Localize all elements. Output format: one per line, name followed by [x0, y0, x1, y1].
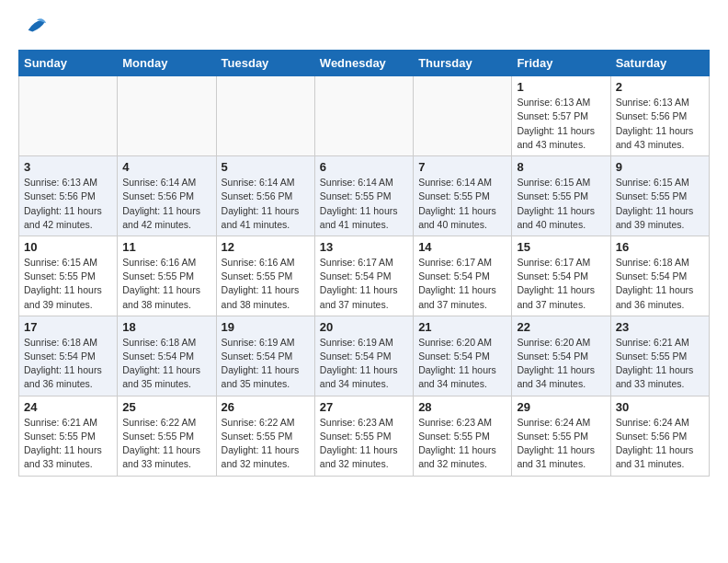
- day-number: 16: [616, 240, 704, 254]
- day-info: Sunrise: 6:24 AM Sunset: 5:55 PM Dayligh…: [517, 416, 605, 472]
- day-info: Sunrise: 6:14 AM Sunset: 5:56 PM Dayligh…: [122, 176, 210, 232]
- calendar-cell: 23Sunrise: 6:21 AM Sunset: 5:55 PM Dayli…: [610, 316, 709, 396]
- day-info: Sunrise: 6:18 AM Sunset: 5:54 PM Dayligh…: [24, 336, 112, 392]
- day-info: Sunrise: 6:16 AM Sunset: 5:55 PM Dayligh…: [122, 256, 210, 312]
- day-number: 14: [418, 240, 506, 254]
- day-number: 20: [320, 320, 408, 334]
- day-info: Sunrise: 6:16 AM Sunset: 5:55 PM Dayligh…: [222, 256, 310, 312]
- day-info: Sunrise: 6:18 AM Sunset: 5:54 PM Dayligh…: [616, 256, 704, 312]
- calendar-cell: 2Sunrise: 6:13 AM Sunset: 5:56 PM Daylig…: [610, 76, 709, 156]
- day-number: 11: [122, 240, 210, 254]
- day-info: Sunrise: 6:15 AM Sunset: 5:55 PM Dayligh…: [517, 176, 605, 232]
- calendar-cell: [216, 76, 314, 156]
- week-row-1: 1Sunrise: 6:13 AM Sunset: 5:57 PM Daylig…: [19, 76, 710, 156]
- calendar-cell: 26Sunrise: 6:22 AM Sunset: 5:55 PM Dayli…: [216, 396, 314, 476]
- day-number: 13: [320, 240, 408, 254]
- day-number: 28: [418, 400, 506, 414]
- calendar-cell: 10Sunrise: 6:15 AM Sunset: 5:55 PM Dayli…: [19, 236, 118, 316]
- logo-icon: [24, 13, 50, 39]
- calendar-cell: 6Sunrise: 6:14 AM Sunset: 5:55 PM Daylig…: [314, 156, 413, 236]
- calendar-cell: 13Sunrise: 6:17 AM Sunset: 5:54 PM Dayli…: [314, 236, 413, 316]
- calendar-cell: [414, 76, 512, 156]
- calendar-cell: 16Sunrise: 6:18 AM Sunset: 5:54 PM Dayli…: [610, 236, 709, 316]
- calendar-cell: 19Sunrise: 6:19 AM Sunset: 5:54 PM Dayli…: [216, 316, 314, 396]
- day-number: 27: [320, 400, 408, 414]
- day-number: 4: [122, 160, 210, 174]
- day-number: 6: [320, 160, 408, 174]
- day-number: 22: [517, 320, 605, 334]
- calendar-cell: 4Sunrise: 6:14 AM Sunset: 5:56 PM Daylig…: [118, 156, 216, 236]
- day-number: 18: [122, 320, 210, 334]
- calendar-cell: 24Sunrise: 6:21 AM Sunset: 5:55 PM Dayli…: [19, 396, 118, 476]
- week-row-5: 24Sunrise: 6:21 AM Sunset: 5:55 PM Dayli…: [19, 396, 710, 476]
- calendar-cell: 27Sunrise: 6:23 AM Sunset: 5:55 PM Dayli…: [314, 396, 413, 476]
- calendar-cell: 22Sunrise: 6:20 AM Sunset: 5:54 PM Dayli…: [512, 316, 610, 396]
- page-header: [18, 18, 710, 40]
- day-number: 8: [517, 160, 605, 174]
- calendar-cell: 25Sunrise: 6:22 AM Sunset: 5:55 PM Dayli…: [118, 396, 216, 476]
- day-number: 30: [616, 400, 704, 414]
- day-info: Sunrise: 6:19 AM Sunset: 5:54 PM Dayligh…: [222, 336, 310, 392]
- day-number: 9: [616, 160, 704, 174]
- day-number: 2: [616, 80, 704, 94]
- calendar-cell: 21Sunrise: 6:20 AM Sunset: 5:54 PM Dayli…: [414, 316, 512, 396]
- logo: [18, 18, 50, 40]
- day-info: Sunrise: 6:23 AM Sunset: 5:55 PM Dayligh…: [418, 416, 506, 472]
- calendar-cell: 30Sunrise: 6:24 AM Sunset: 5:56 PM Dayli…: [610, 396, 709, 476]
- calendar-cell: 18Sunrise: 6:18 AM Sunset: 5:54 PM Dayli…: [118, 316, 216, 396]
- calendar-cell: 7Sunrise: 6:14 AM Sunset: 5:55 PM Daylig…: [414, 156, 512, 236]
- calendar-cell: [314, 76, 413, 156]
- calendar-cell: 29Sunrise: 6:24 AM Sunset: 5:55 PM Dayli…: [512, 396, 610, 476]
- day-number: 26: [222, 400, 310, 414]
- week-row-2: 3Sunrise: 6:13 AM Sunset: 5:56 PM Daylig…: [19, 156, 710, 236]
- calendar-cell: 15Sunrise: 6:17 AM Sunset: 5:54 PM Dayli…: [512, 236, 610, 316]
- day-number: 1: [517, 80, 605, 94]
- week-row-3: 10Sunrise: 6:15 AM Sunset: 5:55 PM Dayli…: [19, 236, 710, 316]
- calendar-cell: 28Sunrise: 6:23 AM Sunset: 5:55 PM Dayli…: [414, 396, 512, 476]
- day-number: 5: [222, 160, 310, 174]
- day-info: Sunrise: 6:20 AM Sunset: 5:54 PM Dayligh…: [418, 336, 506, 392]
- day-info: Sunrise: 6:18 AM Sunset: 5:54 PM Dayligh…: [122, 336, 210, 392]
- weekday-header-saturday: Saturday: [610, 51, 709, 76]
- day-number: 17: [24, 320, 112, 334]
- weekday-header-wednesday: Wednesday: [314, 51, 413, 76]
- calendar-cell: 17Sunrise: 6:18 AM Sunset: 5:54 PM Dayli…: [19, 316, 118, 396]
- calendar-cell: [19, 76, 118, 156]
- day-info: Sunrise: 6:14 AM Sunset: 5:55 PM Dayligh…: [418, 176, 506, 232]
- day-info: Sunrise: 6:23 AM Sunset: 5:55 PM Dayligh…: [320, 416, 408, 472]
- day-number: 3: [24, 160, 112, 174]
- calendar-cell: 11Sunrise: 6:16 AM Sunset: 5:55 PM Dayli…: [118, 236, 216, 316]
- day-number: 24: [24, 400, 112, 414]
- weekday-header-monday: Monday: [118, 51, 216, 76]
- day-info: Sunrise: 6:14 AM Sunset: 5:56 PM Dayligh…: [222, 176, 310, 232]
- day-info: Sunrise: 6:17 AM Sunset: 5:54 PM Dayligh…: [320, 256, 408, 312]
- day-number: 29: [517, 400, 605, 414]
- day-info: Sunrise: 6:17 AM Sunset: 5:54 PM Dayligh…: [517, 256, 605, 312]
- calendar-cell: 1Sunrise: 6:13 AM Sunset: 5:57 PM Daylig…: [512, 76, 610, 156]
- calendar-cell: 12Sunrise: 6:16 AM Sunset: 5:55 PM Dayli…: [216, 236, 314, 316]
- weekday-header-tuesday: Tuesday: [216, 51, 314, 76]
- calendar-cell: 5Sunrise: 6:14 AM Sunset: 5:56 PM Daylig…: [216, 156, 314, 236]
- calendar-cell: 20Sunrise: 6:19 AM Sunset: 5:54 PM Dayli…: [314, 316, 413, 396]
- day-info: Sunrise: 6:15 AM Sunset: 5:55 PM Dayligh…: [24, 256, 112, 312]
- weekday-header-thursday: Thursday: [414, 51, 512, 76]
- day-info: Sunrise: 6:15 AM Sunset: 5:55 PM Dayligh…: [616, 176, 704, 232]
- calendar-cell: 9Sunrise: 6:15 AM Sunset: 5:55 PM Daylig…: [610, 156, 709, 236]
- day-number: 19: [222, 320, 310, 334]
- calendar-cell: 14Sunrise: 6:17 AM Sunset: 5:54 PM Dayli…: [414, 236, 512, 316]
- day-number: 25: [122, 400, 210, 414]
- day-number: 15: [517, 240, 605, 254]
- day-info: Sunrise: 6:13 AM Sunset: 5:56 PM Dayligh…: [616, 96, 704, 152]
- day-info: Sunrise: 6:21 AM Sunset: 5:55 PM Dayligh…: [616, 336, 704, 392]
- calendar-cell: 8Sunrise: 6:15 AM Sunset: 5:55 PM Daylig…: [512, 156, 610, 236]
- day-info: Sunrise: 6:22 AM Sunset: 5:55 PM Dayligh…: [122, 416, 210, 472]
- calendar-cell: 3Sunrise: 6:13 AM Sunset: 5:56 PM Daylig…: [19, 156, 118, 236]
- day-number: 12: [222, 240, 310, 254]
- week-row-4: 17Sunrise: 6:18 AM Sunset: 5:54 PM Dayli…: [19, 316, 710, 396]
- day-number: 10: [24, 240, 112, 254]
- calendar-cell: [118, 76, 216, 156]
- weekday-header-sunday: Sunday: [19, 51, 118, 76]
- weekday-header-row: SundayMondayTuesdayWednesdayThursdayFrid…: [19, 51, 710, 76]
- day-info: Sunrise: 6:14 AM Sunset: 5:55 PM Dayligh…: [320, 176, 408, 232]
- day-info: Sunrise: 6:20 AM Sunset: 5:54 PM Dayligh…: [517, 336, 605, 392]
